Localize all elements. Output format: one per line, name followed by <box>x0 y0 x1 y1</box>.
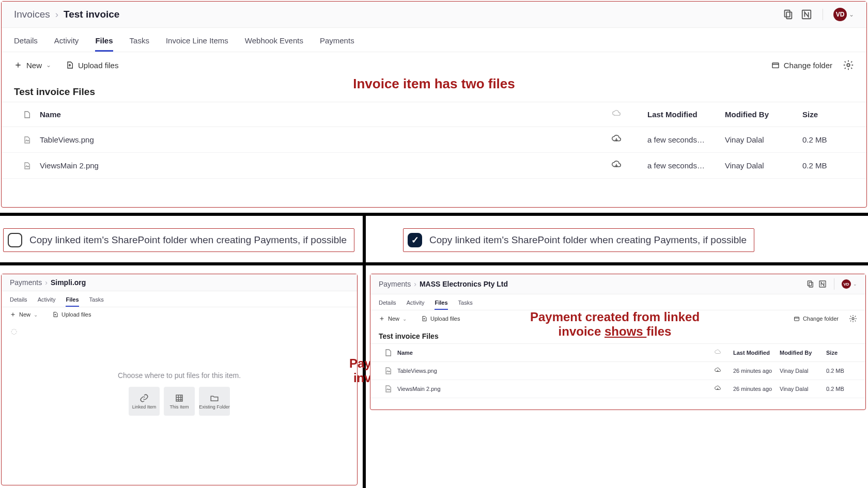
col-name[interactable]: Name <box>397 350 702 356</box>
new-button[interactable]: New ⌄ <box>379 316 407 322</box>
avatar: VD <box>842 279 851 289</box>
breadcrumb-root[interactable]: Payments <box>379 280 411 288</box>
notion-icon[interactable] <box>818 280 827 288</box>
payment-empty-panel: Payments › Simpli.org Details Activity F… <box>1 274 358 485</box>
option-label: Copy linked item's SharePoint folder whe… <box>29 234 347 246</box>
svg-rect-9 <box>794 317 799 321</box>
breadcrumb-root[interactable]: Invoices <box>14 9 50 20</box>
change-folder-button[interactable]: Change folder <box>794 316 839 322</box>
upload-label: Upload files <box>61 311 91 318</box>
svg-rect-1 <box>786 12 792 19</box>
copy-icon[interactable] <box>806 280 814 288</box>
notion-icon[interactable] <box>801 9 812 20</box>
tab-details[interactable]: Details <box>10 294 27 307</box>
tab-invoice-line-items[interactable]: Invoice Line Items <box>166 33 228 52</box>
image-file-icon <box>14 161 40 170</box>
tab-activity[interactable]: Activity <box>38 294 56 307</box>
tab-activity[interactable]: Activity <box>54 33 79 52</box>
toolbar: New ⌄ Upload files Change folder <box>2 52 866 78</box>
settings-gear-icon[interactable] <box>849 314 857 323</box>
file-by: Vinay Dalal <box>725 135 802 144</box>
file-icon-col <box>14 110 40 119</box>
download-icon[interactable] <box>585 160 647 171</box>
file-name: TableViews.png <box>397 368 702 374</box>
file-modified: a few seconds… <box>647 135 725 144</box>
tab-details[interactable]: Details <box>14 33 38 52</box>
col-modified[interactable]: Last Modified <box>733 350 780 356</box>
table-row[interactable]: ViewsMain 2.png a few seconds… Vinay Dal… <box>2 153 866 179</box>
svg-rect-0 <box>785 10 790 17</box>
table-row[interactable]: ViewsMain 2.png 26 minutes ago Vinay Dal… <box>370 380 865 398</box>
option-copy-folder-checked: Copy linked item's SharePoint folder whe… <box>403 228 754 252</box>
spinner-icon: ◌ <box>2 322 357 335</box>
new-label: New <box>26 61 42 70</box>
svg-rect-5 <box>176 395 182 401</box>
tab-activity[interactable]: Activity <box>407 297 425 310</box>
tab-details[interactable]: Details <box>379 297 396 310</box>
upload-button[interactable]: Upload files <box>421 316 460 322</box>
image-file-icon <box>379 384 397 393</box>
chevron-right-icon: › <box>55 9 58 20</box>
col-cloud-status <box>585 109 647 119</box>
upload-button[interactable]: Upload files <box>52 311 91 318</box>
file-location-prompt: Choose where to put files for this item. <box>2 371 357 380</box>
file-by: Vinay Dalal <box>780 368 826 374</box>
breadcrumb-root[interactable]: Payments <box>10 278 42 287</box>
tab-webhook-events[interactable]: Webhook Events <box>245 33 303 52</box>
header-bar: Payments › MASS Electronics Pty Ltd VD ⌄ <box>370 274 865 294</box>
tabs: Details Activity Files Tasks <box>2 291 357 307</box>
tab-files[interactable]: Files <box>95 33 113 52</box>
col-size[interactable]: Size <box>802 110 854 119</box>
table-row[interactable]: TableViews.png a few seconds… Vinay Dala… <box>2 127 866 153</box>
file-by: Vinay Dalal <box>725 161 802 170</box>
download-icon[interactable] <box>585 134 647 145</box>
col-modified[interactable]: Last Modified <box>647 110 725 119</box>
download-icon[interactable] <box>702 385 733 392</box>
annotation-c: Payment created from linked invoice show… <box>506 310 723 339</box>
table-row[interactable]: TableViews.png 26 minutes ago Vinay Dala… <box>370 362 865 380</box>
new-label: New <box>19 311 30 318</box>
new-button[interactable]: New ⌄ <box>10 311 38 318</box>
checkbox-unchecked[interactable] <box>8 233 22 247</box>
col-by[interactable]: Modified By <box>780 350 826 356</box>
upload-button[interactable]: Upload files <box>66 61 118 70</box>
chevron-down-icon: ⌄ <box>34 312 38 318</box>
settings-gear-icon[interactable] <box>843 59 854 71</box>
tab-files[interactable]: Files <box>66 294 79 307</box>
file-icon-col <box>379 348 397 357</box>
chevron-down-icon: ⌄ <box>46 61 51 69</box>
file-size: 0.2 MB <box>802 135 854 144</box>
this-item-button[interactable]: This Item <box>164 387 195 416</box>
separator <box>823 9 823 20</box>
svg-rect-3 <box>772 63 779 68</box>
checkbox-checked[interactable] <box>408 233 422 247</box>
col-by[interactable]: Modified By <box>725 110 802 119</box>
file-name: TableViews.png <box>40 135 585 144</box>
option-copy-folder-unchecked: Copy linked item's SharePoint folder whe… <box>3 228 354 252</box>
user-menu[interactable]: VD ⌄ <box>833 8 854 21</box>
copy-icon[interactable] <box>782 9 794 20</box>
col-size[interactable]: Size <box>826 350 857 356</box>
new-button[interactable]: New ⌄ <box>14 61 51 70</box>
existing-folder-button[interactable]: Existing Folder <box>199 387 230 416</box>
linked-item-button[interactable]: Linked Item <box>129 387 160 416</box>
tab-tasks[interactable]: Tasks <box>89 294 104 307</box>
image-file-icon <box>14 135 40 145</box>
tab-tasks[interactable]: Tasks <box>130 33 149 52</box>
new-label: New <box>388 316 399 322</box>
image-file-icon <box>379 366 397 375</box>
col-cloud-status <box>702 349 733 356</box>
tab-tasks[interactable]: Tasks <box>458 297 473 310</box>
download-icon[interactable] <box>702 367 733 374</box>
file-modified: 26 minutes ago <box>733 386 780 392</box>
table-header: Name Last Modified Modified By Size <box>2 102 866 127</box>
change-folder-button[interactable]: Change folder <box>771 61 832 70</box>
user-menu[interactable]: VD ⌄ <box>842 279 857 289</box>
tab-files[interactable]: Files <box>435 297 447 310</box>
file-size: 0.2 MB <box>826 368 857 374</box>
payment-with-files-panel: Payments › MASS Electronics Pty Ltd VD ⌄… <box>370 274 866 410</box>
col-name[interactable]: Name <box>40 110 585 119</box>
file-by: Vinay Dalal <box>780 386 826 392</box>
tab-payments[interactable]: Payments <box>320 33 354 52</box>
divider-horizontal <box>0 262 868 265</box>
